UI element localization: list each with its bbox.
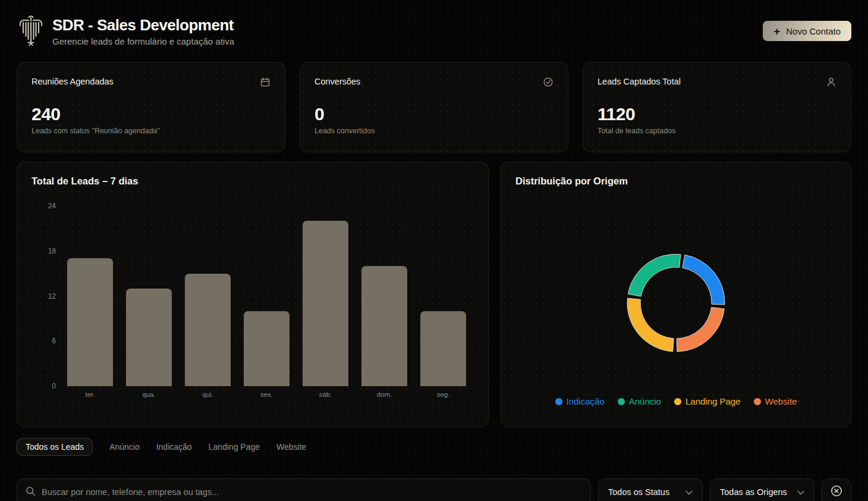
donut-chart-title: Distribuição por Origem: [515, 176, 836, 187]
bar-seg.: [420, 311, 466, 386]
legend-item-Website: Website: [754, 396, 797, 406]
legend-dot: [674, 398, 681, 405]
legend-label: Anúncio: [629, 396, 661, 406]
stat-label: Leads Captados Total: [597, 77, 681, 86]
tab-landing-page[interactable]: Landing Page: [209, 442, 260, 452]
y-tick-label: 24: [48, 202, 56, 210]
origin-select[interactable]: Todas as Origens: [710, 478, 814, 501]
filter-bar: Todos os Status Todas as Origens: [17, 478, 851, 501]
legend-dot: [754, 398, 761, 405]
y-tick-label: 0: [52, 382, 56, 390]
header: SDR - Sales Development Gerencie leads d…: [0, 0, 868, 46]
bar-chart: 06121824 ter.qua.qui.sex.sáb.dom.seg.: [32, 206, 474, 411]
tab-todos-os-leads[interactable]: Todos os Leads: [17, 438, 93, 456]
page-subtitle: Gerencie leads de formulário e captação …: [52, 36, 234, 46]
x-tick-label: seg.: [420, 391, 466, 398]
y-tick-label: 12: [48, 292, 56, 300]
stats-row: Reuniões Agendadas 240 Leads com status …: [17, 62, 851, 152]
stat-card-meetings: Reuniões Agendadas 240 Leads com status …: [17, 62, 285, 152]
bar-sex.: [244, 311, 290, 386]
user-icon: [826, 77, 836, 90]
x-tick-label: sáb.: [303, 391, 348, 398]
calendar-icon: [260, 77, 271, 90]
clear-filters-button[interactable]: [822, 478, 851, 501]
new-contact-button[interactable]: + Novo Contato: [763, 21, 851, 41]
legend-dot: [618, 398, 625, 405]
bar-sáb.: [303, 221, 348, 386]
bar-chart-card: Total de Leads – 7 dias 06121824 ter.qua…: [17, 162, 489, 427]
tab-anuncio[interactable]: Anúncio: [109, 442, 140, 452]
stat-description: Leads convertidos: [315, 127, 553, 135]
stat-label: Conversões: [315, 77, 360, 86]
bar-dom.: [361, 266, 407, 386]
x-tick-label: sex.: [244, 391, 290, 398]
stat-description: Leads com status "Reunião agendada": [32, 127, 271, 135]
x-tick-label: qui.: [185, 391, 231, 398]
x-tick-label: dom.: [361, 391, 407, 398]
tab-indicacao[interactable]: Indicação: [156, 442, 192, 452]
bar-plot: [67, 206, 466, 386]
stat-label: Reuniões Agendadas: [32, 77, 114, 86]
y-tick-label: 18: [48, 247, 56, 255]
origin-tabs: Todos os Leads Anúncio Indicação Landing…: [17, 438, 851, 456]
stat-card-conversions: Conversões 0 Leads convertidos: [300, 62, 568, 152]
plus-icon: +: [773, 26, 780, 37]
donut-slice-Anúncio: [628, 254, 680, 296]
y-axis-labels: 06121824: [32, 206, 56, 386]
bar-qua.: [126, 289, 172, 386]
donut-slice-Landing Page: [627, 298, 674, 352]
stat-value: 240: [32, 104, 271, 124]
y-tick-label: 6: [52, 337, 56, 345]
stat-value: 1120: [597, 104, 836, 124]
header-text: SDR - Sales Development Gerencie leads d…: [52, 16, 234, 46]
search-input[interactable]: [42, 487, 582, 497]
stat-value: 0: [315, 104, 553, 124]
legend-item-Landing Page: Landing Page: [674, 396, 741, 406]
status-select-value: Todos os Status: [608, 487, 669, 497]
charts-row: Total de Leads – 7 dias 06121824 ter.qua…: [17, 162, 851, 427]
chevron-down-icon: [685, 487, 693, 497]
donut-chart-card: Distribuição por Origem IndicaçãoAnúncio…: [501, 162, 851, 427]
legend-item-Indicação: Indicação: [555, 396, 605, 406]
stat-description: Total de leads captados: [597, 127, 836, 135]
x-axis-labels: ter.qua.qui.sex.sáb.dom.seg.: [67, 391, 466, 398]
donut-chart: [622, 249, 730, 357]
legend-label: Landing Page: [685, 396, 741, 406]
x-tick-label: qua.: [126, 391, 172, 398]
check-circle-icon: [543, 77, 553, 90]
bar-ter.: [67, 258, 113, 386]
bar-qui.: [185, 274, 231, 386]
origin-select-value: Todas as Origens: [720, 487, 787, 497]
legend-label: Indicação: [567, 396, 605, 406]
legend-label: Website: [765, 396, 797, 406]
chevron-down-icon: [797, 487, 804, 497]
x-circle-icon: [830, 484, 843, 500]
legend-item-Anúncio: Anúncio: [618, 396, 661, 406]
search-box[interactable]: [17, 478, 591, 501]
tab-website[interactable]: Website: [276, 442, 306, 452]
x-tick-label: ter.: [67, 391, 113, 398]
stat-card-total-leads: Leads Captados Total 1120 Total de leads…: [583, 62, 851, 152]
bar-chart-title: Total de Leads – 7 dias: [32, 176, 474, 187]
search-icon: [26, 486, 36, 499]
legend-dot: [555, 398, 562, 405]
donut-legend: IndicaçãoAnúncioLanding PageWebsite: [501, 396, 851, 406]
new-contact-label: Novo Contato: [786, 26, 841, 36]
eagle-logo-icon: [17, 15, 45, 46]
donut-slice-Website: [677, 307, 724, 352]
page-title: SDR - Sales Development: [52, 16, 234, 35]
status-select[interactable]: Todos os Status: [598, 478, 703, 501]
donut-slice-Indicação: [683, 255, 725, 305]
